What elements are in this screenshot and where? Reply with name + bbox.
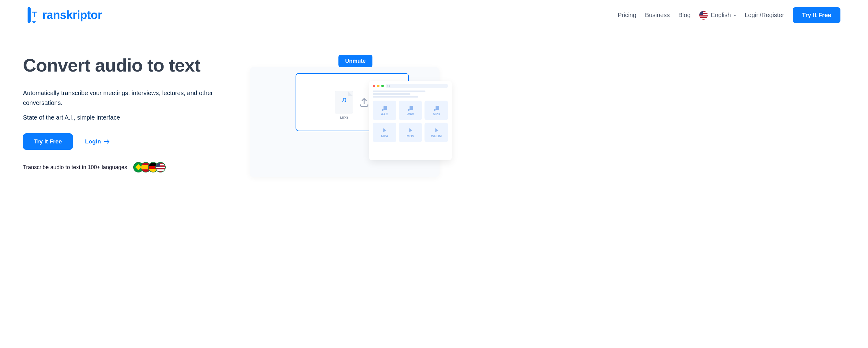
formats-panel: AAC WAV MP3 MP4 MOV <box>369 81 452 160</box>
format-tile-wav: WAV <box>399 101 422 120</box>
format-label: MOV <box>406 134 414 138</box>
format-label: MP4 <box>381 134 388 138</box>
format-tile-mov: MOV <box>399 123 422 142</box>
format-tile-mp4: MP4 <box>373 123 396 142</box>
music-note-icon <box>407 105 414 112</box>
hero-actions: Try It Free Login <box>23 133 231 150</box>
format-tile-mp3: MP3 <box>425 101 448 120</box>
hero-subtitle-2: State of the art A.I., simple interface <box>23 112 231 122</box>
unmute-button[interactable]: Unmute <box>338 55 372 67</box>
chevron-down-icon: ▾ <box>734 13 736 18</box>
format-label: AAC <box>381 112 388 116</box>
language-label: English <box>711 12 731 19</box>
placeholder-lines <box>373 91 448 98</box>
hero-illustration: Unmute ♫ MP3 <box>250 55 840 172</box>
upload-icon <box>359 97 370 108</box>
hero-section: Convert audio to text Automatically tran… <box>0 30 868 185</box>
logo[interactable]: T ranskriptor <box>28 8 102 22</box>
hero-cta-button[interactable]: Try It Free <box>23 133 73 150</box>
music-note-icon <box>381 105 388 112</box>
language-selector[interactable]: English ▾ <box>699 11 736 20</box>
format-tile-aac: AAC <box>373 101 396 120</box>
window-chrome <box>373 84 448 88</box>
flag-usa-icon <box>155 162 166 172</box>
traffic-light-close-icon <box>373 85 375 87</box>
traffic-light-minimize-icon <box>377 85 379 87</box>
arrow-right-icon <box>103 139 110 144</box>
format-label: WEBM <box>431 134 442 138</box>
flag-us-icon <box>699 11 708 20</box>
logo-text: ranskriptor <box>42 8 102 22</box>
nav-business[interactable]: Business <box>645 12 670 19</box>
music-note-icon: ♫ <box>341 95 347 104</box>
hero-login-link[interactable]: Login <box>85 138 110 145</box>
music-note-icon <box>433 105 440 112</box>
file-extension-label: MP3 <box>340 115 348 120</box>
hero-title: Convert audio to text <box>23 55 231 76</box>
play-icon <box>407 127 414 134</box>
hero-login-label: Login <box>85 138 101 145</box>
play-icon <box>381 127 388 134</box>
nav-pricing[interactable]: Pricing <box>617 12 636 19</box>
languages-text: Transcribe audio to text in 100+ languag… <box>23 164 127 171</box>
format-label: WAV <box>407 112 414 116</box>
logo-icon: T <box>28 8 41 22</box>
site-header: T ranskriptor Pricing Business Blog Engl… <box>0 0 868 30</box>
primary-nav: Pricing Business Blog English ▾ Login/Re… <box>617 7 840 23</box>
file-icon: ♫ <box>335 91 353 113</box>
flag-stack <box>133 162 166 172</box>
hero-copy: Convert audio to text Automatically tran… <box>23 55 231 172</box>
traffic-light-zoom-icon <box>381 85 384 87</box>
format-grid: AAC WAV MP3 MP4 MOV <box>373 101 448 142</box>
languages-note: Transcribe audio to text in 100+ languag… <box>23 162 231 172</box>
format-label: MP3 <box>433 112 440 116</box>
hero-subtitle-1: Automatically transcribe your meetings, … <box>23 88 231 108</box>
search-bar-icon <box>385 84 448 88</box>
play-icon <box>433 127 440 134</box>
format-tile-webm: WEBM <box>425 123 448 142</box>
nav-login-register[interactable]: Login/Register <box>745 12 784 19</box>
header-cta-button[interactable]: Try It Free <box>793 7 840 23</box>
nav-blog[interactable]: Blog <box>678 12 691 19</box>
